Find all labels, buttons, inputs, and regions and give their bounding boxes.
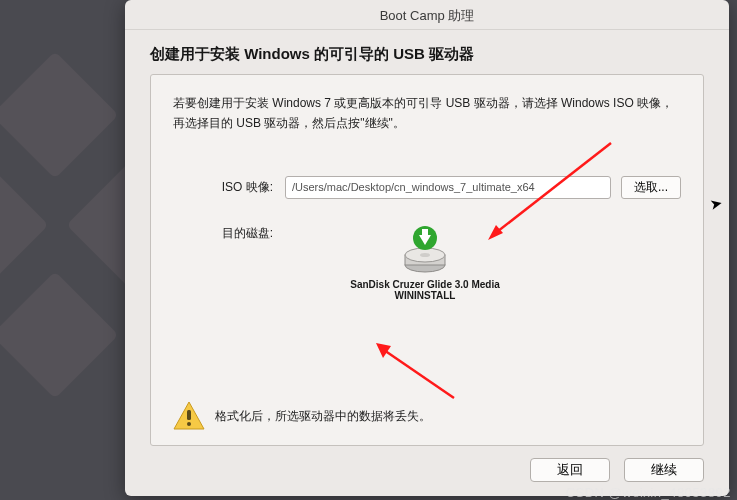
back-button[interactable]: 返回: [530, 458, 610, 482]
instruction-text: 若要创建用于安装 Windows 7 或更高版本的可引导 USB 驱动器，请选择…: [173, 93, 681, 134]
iso-path-input[interactable]: [285, 176, 611, 199]
disk-target[interactable]: SanDisk Cruzer Glide 3.0 Media WININSTAL…: [325, 225, 525, 301]
iso-label: ISO 映像:: [173, 179, 273, 196]
svg-point-3: [420, 253, 430, 257]
warning-text: 格式化后，所选驱动器中的数据将丢失。: [215, 408, 431, 425]
hard-drive-download-icon: [400, 225, 450, 275]
mouse-cursor-icon: ➤: [708, 194, 724, 214]
svg-point-11: [187, 422, 191, 426]
disk-label: 目的磁盘:: [173, 225, 273, 242]
window-title: Boot Camp 助理: [125, 0, 729, 30]
page-heading: 创建用于安装 Windows 的可引导的 USB 驱动器: [125, 30, 729, 74]
disk-volume: WININSTALL: [395, 290, 456, 301]
content-panel: 若要创建用于安装 Windows 7 或更高版本的可引导 USB 驱动器，请选择…: [150, 74, 704, 446]
bootcamp-window: Boot Camp 助理 创建用于安装 Windows 的可引导的 USB 驱动…: [125, 0, 729, 496]
warning-row: 格式化后，所选驱动器中的数据将丢失。: [173, 401, 431, 431]
svg-line-8: [381, 348, 454, 398]
svg-marker-9: [376, 343, 391, 358]
disk-row: 目的磁盘: SanDisk Cruzer Glide 3.0 Media WIN…: [173, 225, 681, 301]
warning-triangle-icon: [173, 401, 205, 431]
select-iso-button[interactable]: 选取...: [621, 176, 681, 199]
watermark-text: CSDN @weixin_48053892: [566, 485, 731, 500]
svg-rect-10: [187, 410, 191, 420]
iso-row: ISO 映像: 选取...: [173, 176, 681, 199]
continue-button[interactable]: 继续: [624, 458, 704, 482]
svg-rect-5: [422, 229, 428, 237]
disk-name: SanDisk Cruzer Glide 3.0 Media: [350, 279, 500, 290]
